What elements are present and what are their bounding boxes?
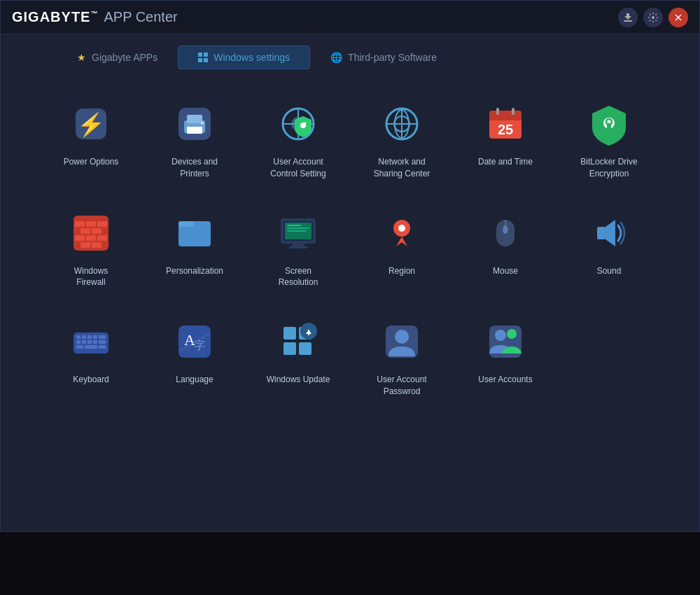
date-time-item[interactable]: 25 Date and Time bbox=[457, 92, 554, 187]
svg-rect-71 bbox=[85, 345, 97, 349]
svg-rect-77 bbox=[284, 327, 296, 340]
user-account-password-icon-wrapper bbox=[377, 316, 427, 367]
language-item[interactable]: A 字 Language bbox=[146, 309, 243, 405]
close-button[interactable] bbox=[668, 8, 688, 27]
windows-update-icon-wrapper bbox=[273, 316, 323, 367]
title-bar-controls bbox=[618, 8, 688, 27]
tab-gigabyte-apps-label: Gigabyte APPs bbox=[92, 52, 158, 63]
svg-rect-62 bbox=[88, 335, 92, 339]
svg-rect-42 bbox=[92, 242, 102, 248]
personalization-item[interactable]: Personalization bbox=[146, 201, 243, 296]
svg-point-57 bbox=[503, 225, 508, 234]
tab-gigabyte-apps[interactable]: ★ Gigabyte APPs bbox=[57, 46, 178, 69]
svg-rect-60 bbox=[76, 335, 80, 339]
star-icon: ★ bbox=[77, 52, 86, 63]
sound-label: Sound bbox=[597, 265, 622, 277]
screen-resolution-icon-wrapper bbox=[273, 208, 323, 258]
mouse-item[interactable]: Mouse bbox=[457, 201, 554, 296]
keyboard-label: Keyboard bbox=[73, 374, 108, 386]
svg-rect-80 bbox=[299, 342, 312, 355]
tab-windows-settings[interactable]: Windows settings bbox=[178, 46, 310, 69]
keyboard-item[interactable]: Keyboard bbox=[43, 309, 139, 405]
app-window: GIGABYTE™ APP Center bbox=[0, 0, 700, 532]
svg-rect-63 bbox=[93, 335, 97, 339]
power-options-item[interactable]: ⚡ Power Options bbox=[43, 92, 139, 187]
network-sharing-label: Network andSharing Center bbox=[374, 156, 430, 180]
power-options-icon-wrapper: ⚡ bbox=[66, 99, 116, 149]
language-icon-wrapper: A 字 bbox=[169, 316, 220, 367]
settings-button[interactable] bbox=[643, 8, 663, 27]
svg-rect-70 bbox=[76, 345, 83, 349]
screen-resolution-item[interactable]: ScreenResolution bbox=[250, 201, 346, 296]
personalization-icon-wrapper bbox=[169, 208, 220, 258]
region-label: Region bbox=[388, 265, 415, 277]
user-account-password-item[interactable]: User AccountPasswrod bbox=[354, 309, 450, 405]
title-bar: GIGABYTE™ APP Center bbox=[1, 1, 699, 34]
svg-rect-49 bbox=[287, 227, 309, 229]
user-accounts-label: User Accounts bbox=[478, 374, 532, 386]
windows-firewall-icon-wrapper bbox=[66, 208, 116, 258]
network-sharing-icon-wrapper bbox=[377, 99, 427, 149]
bitlocker-item[interactable]: BitLocker DriveEncryption bbox=[561, 92, 657, 187]
bottom-bar bbox=[0, 532, 700, 595]
svg-rect-3 bbox=[204, 52, 208, 57]
screen-resolution-label: ScreenResolution bbox=[279, 265, 318, 289]
tabs-bar: ★ Gigabyte APPs Windows settings 🌐 Third… bbox=[1, 34, 699, 80]
user-account-control-icon-wrapper bbox=[273, 99, 323, 149]
sound-item[interactable]: Sound bbox=[561, 201, 657, 296]
svg-rect-41 bbox=[80, 242, 90, 248]
svg-rect-68 bbox=[93, 340, 97, 344]
svg-rect-5 bbox=[204, 58, 208, 62]
svg-text:⚡: ⚡ bbox=[77, 111, 105, 138]
svg-point-86 bbox=[495, 330, 506, 341]
gigabyte-label: GIGABYTE™ bbox=[12, 9, 98, 24]
svg-rect-40 bbox=[97, 235, 107, 241]
svg-point-12 bbox=[201, 122, 204, 125]
svg-point-54 bbox=[398, 225, 405, 232]
svg-rect-32 bbox=[74, 216, 108, 251]
svg-rect-10 bbox=[187, 115, 202, 123]
brand-text: GIGABYTE™ bbox=[12, 9, 98, 25]
svg-rect-33 bbox=[75, 221, 85, 227]
date-time-icon-wrapper: 25 bbox=[480, 99, 531, 149]
title-bar-left: GIGABYTE™ APP Center bbox=[12, 9, 178, 25]
svg-rect-28 bbox=[512, 108, 514, 115]
svg-rect-4 bbox=[198, 58, 202, 62]
tab-third-party-label: Third-party Software bbox=[348, 52, 437, 63]
windows-update-item[interactable]: Windows Update bbox=[250, 309, 346, 405]
personalization-label: Personalization bbox=[166, 265, 223, 277]
svg-rect-69 bbox=[99, 340, 106, 344]
devices-printers-icon-wrapper bbox=[169, 99, 220, 149]
svg-rect-51 bbox=[292, 244, 304, 246]
svg-rect-66 bbox=[82, 340, 86, 344]
user-accounts-item[interactable]: User Accounts bbox=[457, 309, 554, 405]
svg-rect-48 bbox=[287, 225, 301, 226]
svg-rect-27 bbox=[496, 108, 499, 115]
windows-firewall-item[interactable]: WindowsFirewall bbox=[43, 201, 139, 296]
svg-point-84 bbox=[395, 330, 409, 344]
tab-third-party[interactable]: 🌐 Third-party Software bbox=[310, 46, 457, 69]
svg-rect-61 bbox=[82, 335, 86, 339]
language-label: Language bbox=[176, 374, 213, 386]
icons-grid: ⚡ Power Options Devices bbox=[43, 92, 657, 405]
mouse-label: Mouse bbox=[493, 265, 518, 277]
mouse-icon-wrapper bbox=[480, 208, 531, 258]
svg-rect-64 bbox=[99, 335, 106, 339]
bitlocker-label: BitLocker DriveEncryption bbox=[580, 156, 637, 180]
globe-icon: 🌐 bbox=[330, 52, 342, 63]
network-sharing-item[interactable]: Network andSharing Center bbox=[354, 92, 450, 187]
svg-rect-44 bbox=[178, 221, 194, 227]
svg-text:25: 25 bbox=[498, 122, 513, 137]
svg-point-1 bbox=[652, 16, 654, 19]
region-item[interactable]: Region bbox=[354, 201, 450, 296]
svg-rect-35 bbox=[97, 221, 107, 227]
svg-point-87 bbox=[507, 329, 517, 339]
svg-rect-25 bbox=[489, 116, 522, 120]
date-time-label: Date and Time bbox=[478, 156, 533, 168]
svg-rect-79 bbox=[284, 342, 296, 355]
download-button[interactable] bbox=[618, 8, 638, 27]
sound-icon-wrapper bbox=[584, 208, 634, 258]
svg-rect-72 bbox=[99, 345, 106, 349]
user-account-control-item[interactable]: User AccountControl Setting bbox=[250, 92, 346, 187]
devices-printers-item[interactable]: Devices andPrinters bbox=[146, 92, 243, 187]
